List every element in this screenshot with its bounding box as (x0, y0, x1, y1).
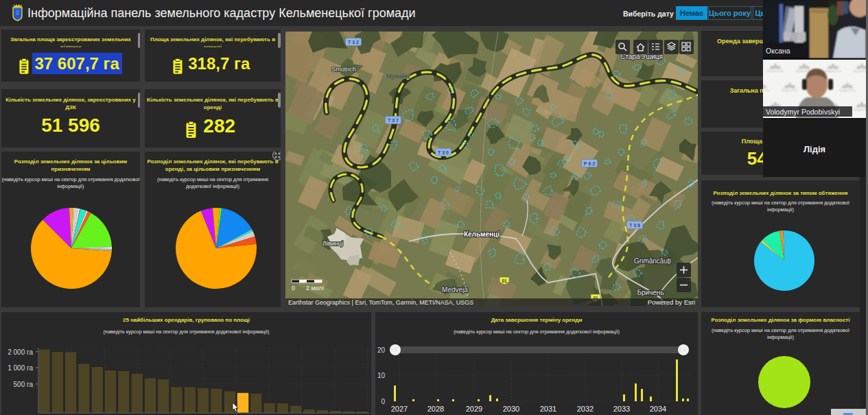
svg-text:MagneticOne: MagneticOne (782, 88, 799, 92)
svg-text:MagneticOne: MagneticOne (854, 108, 866, 111)
svg-text:Smotrich: Smotrich (331, 66, 356, 73)
svg-text:Бричень: Бричень (637, 289, 664, 296)
svg-text:01: 01 (502, 278, 507, 283)
svg-text:2027: 2027 (391, 405, 408, 413)
svg-text:Т 3 8: Т 3 8 (629, 223, 640, 228)
svg-text:2 милі: 2 милі (306, 285, 324, 292)
svg-text:0: 0 (381, 398, 385, 405)
svg-text:MagneticOne: MagneticOne (825, 69, 842, 73)
svg-text:20: 20 (377, 346, 386, 354)
svg-text:⋮⋮: ⋮⋮ (390, 347, 398, 351)
svg-text:MagneticOne: MagneticOne (854, 69, 866, 73)
svg-text:Medveja: Medveja (442, 286, 468, 294)
svg-text:Оксана: Оксана (766, 47, 790, 55)
svg-text:Т 3 2: Т 3 2 (348, 40, 359, 45)
svg-text:Т 3 0: Т 3 0 (438, 150, 449, 155)
svg-text:Volodymyr Podobivskyi: Volodymyr Podobivskyi (766, 108, 840, 116)
svg-text:MagneticOne: MagneticOne (767, 69, 784, 73)
svg-text:Т 3 7: Т 3 7 (388, 118, 399, 123)
svg-text:1 000 га: 1 000 га (8, 364, 33, 372)
svg-text:Powered by Esri: Powered by Esri (648, 298, 695, 306)
svg-text:Кельменці: Кельменці (464, 230, 500, 238)
svg-text:0: 0 (292, 285, 295, 292)
svg-text:2034: 2034 (650, 405, 666, 413)
svg-text:⋮⋮: ⋮⋮ (678, 347, 686, 351)
svg-text:2031: 2031 (540, 405, 556, 413)
svg-text:2032: 2032 (577, 405, 594, 413)
svg-text:Мукшин: Мукшин (386, 73, 409, 80)
svg-text:10: 10 (377, 372, 386, 379)
svg-text:500 га: 500 га (14, 381, 34, 388)
svg-text:Р 6 2: Р 6 2 (584, 161, 595, 166)
svg-text:2028: 2028 (427, 405, 444, 413)
svg-text:2 000 га: 2 000 га (8, 348, 33, 356)
svg-text:MagneticOne: MagneticOne (763, 88, 770, 92)
svg-text:2029: 2029 (466, 405, 482, 413)
svg-text:2030: 2030 (503, 405, 519, 413)
svg-text:Earthstar Geographics | Esri,: Earthstar Geographics | Esri, TomTom, Ga… (288, 299, 473, 306)
svg-text:Лівинці: Лівинці (322, 240, 343, 247)
svg-text:2033: 2033 (613, 405, 630, 413)
svg-text:Grimăncăuți: Grimăncăuți (634, 257, 671, 265)
svg-text:MagneticOne: MagneticOne (839, 88, 856, 92)
